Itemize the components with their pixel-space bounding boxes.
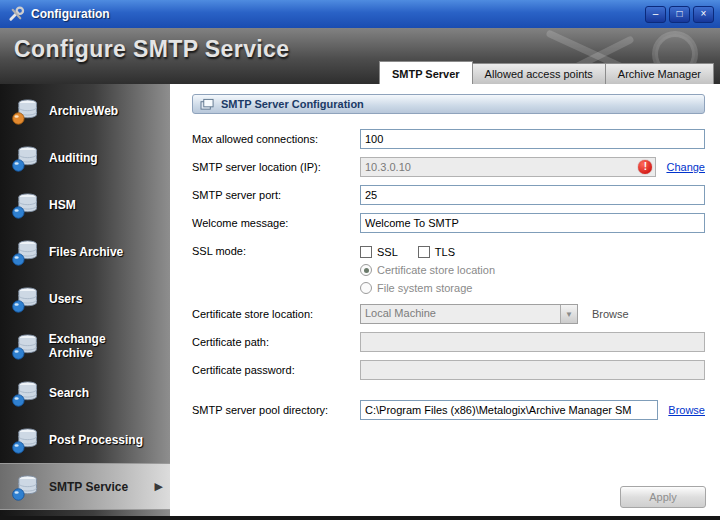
window-controls: – □ ×: [645, 6, 714, 23]
max-connections-label: Max allowed connections:: [192, 133, 360, 145]
section-pages-icon: [200, 98, 215, 111]
sidebar-item-label: Users: [49, 292, 82, 306]
sidebar-item-label: Search: [49, 386, 89, 400]
welcome-message-input[interactable]: [360, 213, 705, 233]
cert-password-label: Certificate password:: [192, 364, 360, 376]
max-connections-row: Max allowed connections:: [192, 129, 705, 149]
certificate-store-radio-label: Certificate store location: [377, 264, 495, 276]
file-system-radio-circle: [360, 282, 372, 294]
section-title: SMTP Server Configuration: [221, 98, 364, 110]
ssl-mode-row: SSL mode: SSL TLS Certi: [192, 245, 705, 294]
server-ip-input: [360, 157, 656, 177]
sidebar-item-search[interactable]: Search: [0, 369, 170, 416]
files-archive-database-icon: [10, 237, 40, 267]
file-system-radio-label: File system storage: [377, 282, 472, 294]
users-database-icon: [10, 284, 40, 314]
sidebar-item-smtp-service[interactable]: SMTP Service ▶: [0, 463, 170, 510]
sidebar-item-auditing[interactable]: Auditing: [0, 134, 170, 181]
ssl-checkbox-box[interactable]: [360, 246, 372, 258]
cert-store-browse-label: Browse: [592, 308, 629, 320]
selected-arrow-icon: ▶: [155, 480, 163, 493]
certificate-store-radio: Certificate store location: [360, 264, 495, 276]
page-header: Configure SMTP Service SMTP Server Allow…: [0, 28, 720, 84]
sidebar-item-label: Post Processing: [49, 433, 143, 447]
tls-checkbox-label: TLS: [435, 246, 455, 258]
sidebar-item-post-processing[interactable]: Post Processing: [0, 416, 170, 463]
pool-directory-input[interactable]: [360, 400, 658, 420]
server-port-label: SMTP server port:: [192, 189, 360, 201]
close-button[interactable]: ×: [693, 6, 714, 23]
sidebar-item-archiveweb[interactable]: ArchiveWeb: [0, 87, 170, 134]
post-processing-database-icon: [10, 425, 40, 455]
sidebar-item-label: Files Archive: [49, 245, 123, 259]
server-port-input[interactable]: [360, 185, 705, 205]
wrench-icon: [8, 6, 25, 23]
cert-store-dropdown: Local Machine ▼: [360, 304, 578, 324]
smtp-service-database-icon: [10, 472, 40, 502]
sidebar-item-label: Exchange Archive: [49, 332, 152, 360]
server-ip-label: SMTP server location (IP):: [192, 161, 360, 173]
search-database-icon: [10, 378, 40, 408]
sidebar-item-label: Auditing: [49, 151, 98, 165]
cert-path-input: [360, 332, 705, 352]
tab-bar: SMTP Server Allowed access points Archiv…: [379, 63, 714, 84]
apply-button: Apply: [620, 486, 706, 508]
pool-directory-row: SMTP server pool directory: Browse: [192, 400, 705, 420]
sidebar-item-label: ArchiveWeb: [49, 104, 118, 118]
ssl-checkbox[interactable]: SSL: [360, 246, 398, 258]
tab-archive-manager[interactable]: Archive Manager: [606, 63, 714, 84]
max-connections-input[interactable]: [360, 129, 705, 149]
window-title: Configuration: [31, 7, 110, 21]
exchange-archive-database-icon: [10, 331, 40, 361]
page-title: Configure SMTP Service: [0, 28, 720, 63]
tab-allowed-access-points[interactable]: Allowed access points: [473, 63, 606, 84]
configuration-window: Configuration – □ × Configure SMTP Servi…: [0, 0, 720, 520]
cert-store-dropdown-value: Local Machine: [361, 305, 560, 323]
auditing-database-icon: [10, 143, 40, 173]
tab-smtp-server[interactable]: SMTP Server: [379, 61, 473, 84]
sidebar-item-label: HSM: [49, 198, 76, 212]
content-area: ArchiveWeb Auditing: [0, 84, 720, 516]
pool-browse-link[interactable]: Browse: [668, 404, 705, 416]
server-port-row: SMTP server port:: [192, 185, 705, 205]
cert-password-input: [360, 360, 705, 380]
titlebar: Configuration – □ ×: [0, 0, 720, 28]
cert-path-row: Certificate path:: [192, 332, 705, 352]
cert-path-label: Certificate path:: [192, 336, 360, 348]
sidebar-item-hsm[interactable]: HSM: [0, 181, 170, 228]
ssl-checkbox-label: SSL: [377, 246, 398, 258]
tls-checkbox-box[interactable]: [418, 246, 430, 258]
welcome-message-row: Welcome message:: [192, 213, 705, 233]
dropdown-arrow-icon: ▼: [560, 305, 577, 323]
archiveweb-database-icon: [10, 96, 40, 126]
maximize-button[interactable]: □: [669, 6, 690, 23]
section-header: SMTP Server Configuration: [192, 94, 705, 114]
cert-store-location-row: Certificate store location: Local Machin…: [192, 304, 705, 324]
minimize-button[interactable]: –: [645, 6, 666, 23]
tls-checkbox[interactable]: TLS: [418, 246, 455, 258]
smtp-server-panel: SMTP Server Configuration Max allowed co…: [170, 84, 720, 516]
sidebar-item-label: SMTP Service: [49, 480, 128, 494]
server-ip-row: SMTP server location (IP): ! Change: [192, 157, 705, 177]
certificate-store-radio-circle: [360, 264, 372, 276]
cert-store-location-label: Certificate store location:: [192, 308, 360, 320]
sidebar-item-exchange-archive[interactable]: Exchange Archive: [0, 322, 170, 369]
ssl-mode-label: SSL mode:: [192, 245, 360, 257]
sidebar: ArchiveWeb Auditing: [0, 84, 170, 516]
pool-directory-label: SMTP server pool directory:: [192, 404, 360, 416]
change-link[interactable]: Change: [666, 161, 705, 173]
file-system-radio: File system storage: [360, 282, 495, 294]
hsm-database-icon: [10, 190, 40, 220]
welcome-message-label: Welcome message:: [192, 217, 360, 229]
sidebar-item-files-archive[interactable]: Files Archive: [0, 228, 170, 275]
sidebar-item-users[interactable]: Users: [0, 275, 170, 322]
cert-password-row: Certificate password:: [192, 360, 705, 380]
